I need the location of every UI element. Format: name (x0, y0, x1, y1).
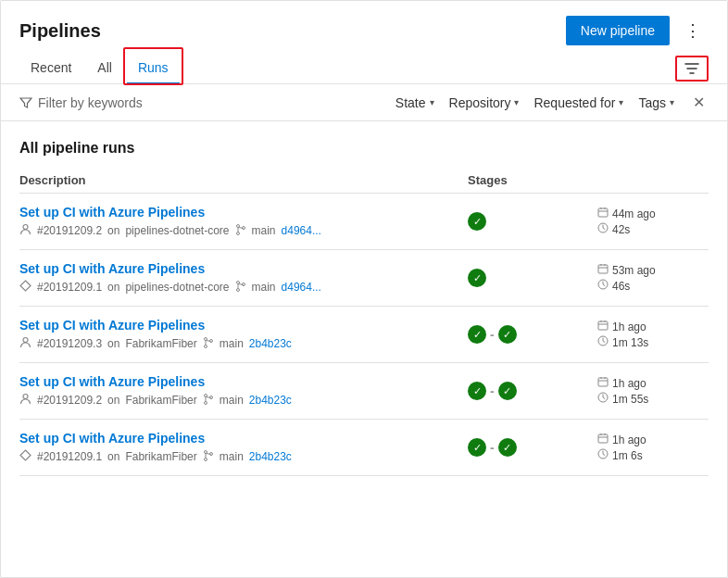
time-ago: 53m ago (612, 264, 656, 277)
time-cell: 1h ago 1m 13s (597, 320, 709, 349)
svg-rect-9 (598, 265, 608, 273)
requested-for-filter-dropdown[interactable]: Requested for ▾ (533, 95, 623, 110)
table-row[interactable]: Set up CI with Azure Pipelines #20191209… (19, 363, 709, 420)
more-icon: ⋮ (684, 21, 701, 40)
duration: 1m 13s (612, 336, 648, 349)
branch-icon-wrapper (203, 337, 214, 351)
header-actions: New pipeline ⋮ (566, 16, 709, 45)
tab-all[interactable]: All (86, 53, 123, 84)
filter-keywords-input[interactable]: Filter by keywords (19, 95, 381, 110)
stage-check-icon: ✓ (498, 382, 517, 400)
pipeline-meta: #20191209.2 on FabrikamFiber main 2b4b23… (19, 393, 468, 408)
col-header-stages: Stages (468, 173, 597, 187)
duration-row: 42s (597, 222, 709, 236)
pipeline-name: Set up CI with Azure Pipelines (19, 318, 468, 333)
svg-point-11 (23, 338, 28, 343)
pipeline-meta: #20191209.3 on FabrikamFiber main 2b4b23… (19, 336, 468, 351)
calendar-icon (597, 320, 609, 333)
stages-cell: ✓-✓ (468, 325, 597, 344)
table-row[interactable]: Set up CI with Azure Pipelines #20191209… (19, 250, 709, 307)
more-options-button[interactable]: ⋮ (677, 17, 709, 44)
svg-rect-26 (598, 434, 608, 443)
stage-check-icon: ✓ (468, 269, 486, 287)
duration-row: 1m 13s (597, 335, 709, 349)
meta-on: on (107, 281, 119, 294)
svg-point-12 (204, 337, 207, 340)
stage-check-icon: ✓ (468, 212, 486, 231)
table-row[interactable]: Set up CI with Azure Pipelines #20191209… (19, 420, 709, 476)
meta-on: on (107, 224, 119, 237)
page-title: Pipelines (19, 20, 101, 42)
svg-point-7 (236, 288, 239, 291)
pipeline-meta: #20191209.1 on pipelines-dotnet-core mai… (19, 280, 468, 295)
svg-rect-15 (598, 321, 608, 330)
repo-name: pipelines-dotnet-core (125, 281, 229, 294)
duration: 42s (612, 223, 630, 236)
tags-filter-dropdown[interactable]: Tags ▾ (638, 95, 674, 110)
branch-icon-wrapper (235, 281, 246, 295)
filter-funnel-icon (19, 96, 32, 109)
filter-icon (684, 61, 699, 76)
stage-check-icon: ✓ (468, 438, 486, 457)
repository-dropdown-arrow: ▾ (514, 97, 519, 107)
pipeline-name: Set up CI with Azure Pipelines (19, 205, 468, 220)
col-header-description: Description (19, 173, 468, 187)
duration: 46s (612, 280, 630, 293)
run-id: #20191209.1 (37, 450, 102, 463)
pipeline-rows-container: Set up CI with Azure Pipelines #20191209… (19, 194, 709, 476)
clock-icon (597, 335, 609, 349)
table-row[interactable]: Set up CI with Azure Pipelines #20191209… (19, 307, 709, 363)
commit-hash: 2b4b23c (249, 450, 292, 463)
duration-row: 46s (597, 279, 709, 293)
run-id: #20191209.3 (37, 337, 102, 350)
svg-point-18 (204, 394, 207, 396)
stage-separator: - (490, 440, 495, 455)
branch-name: main (220, 394, 244, 407)
pipeline-info: Set up CI with Azure Pipelines #20191209… (19, 205, 468, 238)
branch-icon (235, 281, 246, 292)
state-filter-dropdown[interactable]: State ▾ (395, 95, 434, 110)
duration-row: 1m 6s (597, 448, 709, 462)
svg-point-6 (236, 281, 239, 283)
new-pipeline-button[interactable]: New pipeline (566, 16, 670, 45)
svg-point-0 (23, 225, 28, 230)
filter-close-button[interactable]: ✕ (689, 94, 709, 111)
branch-icon-wrapper (203, 394, 214, 408)
stage-check-icon: ✓ (498, 438, 517, 457)
filter-toggle-button[interactable] (675, 56, 709, 82)
pipeline-name: Set up CI with Azure Pipelines (19, 261, 468, 276)
run-user-icon (19, 393, 31, 408)
repo-name: FabrikamFiber (125, 394, 196, 407)
meta-on: on (107, 337, 119, 350)
stages-cell: ✓ (468, 269, 597, 287)
repository-filter-dropdown[interactable]: Repository ▾ (449, 95, 520, 110)
branch-name: main (252, 281, 276, 294)
tab-recent[interactable]: Recent (19, 53, 82, 84)
branch-icon (203, 394, 214, 405)
pipeline-info: Set up CI with Azure Pipelines #20191209… (19, 374, 468, 408)
svg-point-1 (236, 224, 239, 227)
time-ago-row: 1h ago (597, 433, 709, 446)
svg-point-17 (23, 395, 28, 399)
table-row[interactable]: Set up CI with Azure Pipelines #20191209… (19, 194, 709, 250)
svg-rect-4 (598, 208, 608, 217)
tab-runs[interactable]: Runs (127, 53, 180, 84)
pipeline-name: Set up CI with Azure Pipelines (19, 374, 468, 389)
filter-bar: Filter by keywords State ▾ Repository ▾ … (1, 84, 727, 121)
time-ago: 1h ago (612, 434, 646, 446)
stages-cell: ✓-✓ (468, 382, 597, 400)
time-ago-row: 1h ago (597, 320, 709, 333)
branch-name: main (220, 450, 244, 463)
svg-point-19 (204, 401, 207, 404)
commit-hash: d4964... (282, 281, 321, 294)
requested-for-dropdown-arrow: ▾ (619, 97, 623, 107)
svg-point-23 (204, 450, 207, 453)
svg-point-2 (236, 232, 239, 234)
time-ago: 44m ago (612, 207, 656, 220)
run-user-icon (19, 223, 31, 238)
time-ago-row: 1h ago (597, 376, 709, 390)
calendar-icon (597, 433, 609, 446)
svg-point-24 (204, 458, 207, 460)
branch-name: main (220, 337, 244, 350)
duration-row: 1m 55s (597, 392, 709, 406)
